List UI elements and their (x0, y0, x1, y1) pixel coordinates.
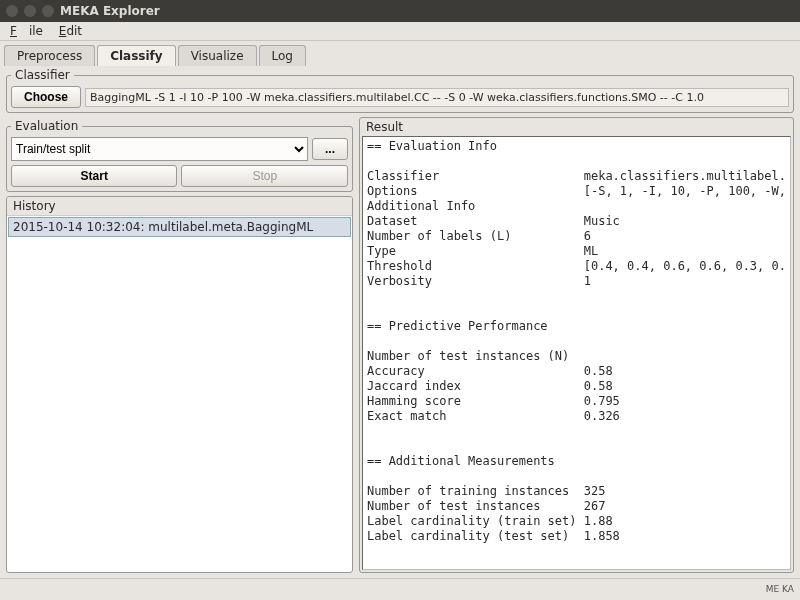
evaluation-mode-select[interactable]: Train/test split (11, 137, 308, 161)
maximize-icon[interactable] (42, 5, 54, 17)
evaluation-legend: Evaluation (11, 119, 82, 133)
titlebar: MEKA Explorer (0, 0, 800, 22)
evaluation-panel: Evaluation Train/test split ... Start St… (6, 119, 353, 192)
tab-bar: Preprocess Classify Visualize Log (0, 41, 800, 66)
tab-visualize[interactable]: Visualize (178, 45, 257, 66)
classifier-legend: Classifier (11, 68, 74, 82)
content: Classifier Choose BaggingML -S 1 -I 10 -… (0, 68, 800, 578)
tab-log[interactable]: Log (259, 45, 306, 66)
minimize-icon[interactable] (24, 5, 36, 17)
history-item[interactable]: 2015-10-14 10:32:04: multilabel.meta.Bag… (8, 217, 351, 237)
classifier-panel: Classifier Choose BaggingML -S 1 -I 10 -… (6, 68, 794, 113)
window-title: MEKA Explorer (60, 4, 160, 18)
history-legend: History (7, 197, 352, 216)
result-legend: Result (360, 118, 793, 136)
result-text: == Evaluation Info Classifier meka.class… (363, 137, 790, 546)
classifier-string[interactable]: BaggingML -S 1 -I 10 -P 100 -W meka.clas… (85, 88, 789, 107)
menu-edit[interactable]: Edit (53, 22, 88, 40)
result-panel: Result == Evaluation Info Classifier mek… (359, 117, 794, 573)
evaluation-options-button[interactable]: ... (312, 138, 348, 160)
menu-file[interactable]: File (4, 22, 49, 40)
stop-button: Stop (181, 165, 347, 187)
close-icon[interactable] (6, 5, 18, 17)
history-panel: History 2015-10-14 10:32:04: multilabel.… (6, 196, 353, 573)
start-button[interactable]: Start (11, 165, 177, 187)
tab-classify[interactable]: Classify (97, 45, 175, 66)
statusbar: ME KA (0, 578, 800, 598)
logo-text: ME KA (766, 584, 794, 594)
menubar: File Edit (0, 22, 800, 41)
tab-preprocess[interactable]: Preprocess (4, 45, 95, 66)
result-scrollarea[interactable]: == Evaluation Info Classifier meka.class… (362, 136, 791, 570)
choose-button[interactable]: Choose (11, 86, 81, 108)
